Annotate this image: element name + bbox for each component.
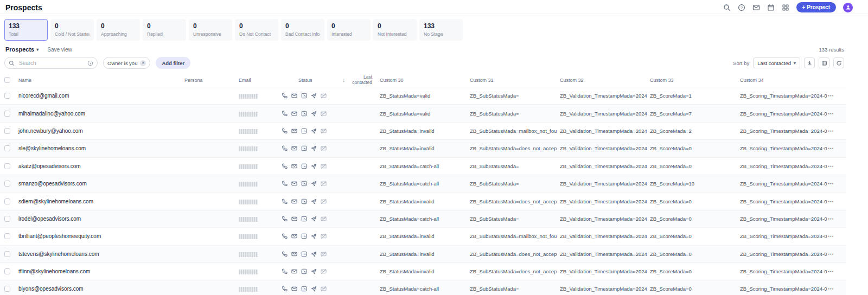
phone-icon[interactable]: [282, 268, 288, 274]
prospect-name-link[interactable]: john.newbury@yahoo.com: [15, 128, 181, 134]
prospect-name-link[interactable]: tstevens@skylinehomeloans.com: [15, 251, 181, 257]
row-more-button[interactable]: ⋯: [827, 180, 846, 187]
prospect-name-link[interactable]: tbrilliant@peopleshomeequity.com: [15, 233, 181, 239]
table-row[interactable]: john.newbury@yahoo.com ZB_StatusMada=inv…: [0, 123, 846, 140]
do-not-email-icon[interactable]: [321, 251, 327, 257]
table-row[interactable]: tflinn@skylinehomeloans.com ZB_StatusMad…: [0, 263, 846, 280]
linkedin-icon[interactable]: [301, 128, 307, 134]
linkedin-icon[interactable]: [301, 251, 307, 257]
stage-stat-card[interactable]: 0 Replied: [143, 19, 186, 41]
stage-stat-card[interactable]: 0 Bad Contact Info: [281, 19, 324, 41]
column-header-custom30[interactable]: Custom 30: [376, 78, 467, 83]
email-icon[interactable]: [291, 111, 297, 117]
phone-icon[interactable]: [282, 128, 288, 134]
do-not-email-icon[interactable]: [321, 111, 327, 117]
row-checkbox[interactable]: [4, 268, 10, 274]
row-checkbox[interactable]: [4, 111, 10, 117]
calendar-icon[interactable]: [767, 4, 775, 11]
stage-stat-card[interactable]: 0 Approaching: [97, 19, 140, 41]
help-icon[interactable]: ?: [738, 4, 745, 11]
row-more-button[interactable]: ⋯: [827, 127, 846, 134]
email-icon[interactable]: [291, 251, 297, 257]
phone-icon[interactable]: [282, 233, 288, 239]
linkedin-icon[interactable]: [301, 93, 307, 99]
do-not-email-icon[interactable]: [321, 268, 327, 274]
table-row[interactable]: sle@skylinehomeloans.com ZB_StatusMada=i…: [0, 140, 846, 157]
search-input[interactable]: [18, 60, 84, 67]
linkedin-icon[interactable]: [301, 145, 307, 151]
phone-icon[interactable]: [282, 216, 288, 222]
do-not-email-icon[interactable]: [321, 286, 327, 292]
email-icon[interactable]: [291, 216, 297, 222]
email-icon[interactable]: [291, 93, 297, 99]
row-more-button[interactable]: ⋯: [827, 145, 846, 152]
phone-icon[interactable]: [282, 93, 288, 99]
stage-stat-card[interactable]: 133 Total: [4, 19, 48, 41]
new-prospect-button[interactable]: + Prospect: [796, 2, 836, 12]
send-icon[interactable]: [311, 198, 317, 204]
table-row[interactable]: tstevens@skylinehomeloans.com ZB_StatusM…: [0, 246, 846, 263]
table-row[interactable]: mihaimadalinc@yahoo.com ZB_StatusMada=va…: [0, 105, 846, 122]
do-not-email-icon[interactable]: [321, 163, 327, 169]
do-not-email-icon[interactable]: [321, 93, 327, 99]
stage-stat-card[interactable]: 0 Interested: [327, 19, 371, 41]
do-not-email-icon[interactable]: [321, 128, 327, 134]
column-header-custom33[interactable]: Custom 33: [647, 78, 737, 83]
stage-stat-card[interactable]: 0 Not Interested: [373, 19, 417, 41]
email-icon[interactable]: [291, 286, 297, 292]
column-header-last-contacted[interactable]: ↓ Last contacted: [333, 75, 376, 86]
do-not-email-icon[interactable]: [321, 181, 327, 187]
row-more-button[interactable]: ⋯: [827, 251, 846, 258]
row-checkbox[interactable]: [4, 198, 10, 204]
row-checkbox[interactable]: [4, 145, 10, 151]
select-all-checkbox[interactable]: [4, 77, 10, 83]
phone-icon[interactable]: [282, 111, 288, 117]
table-row[interactable]: smanzo@opesadvisors.com ZB_StatusMada=ca…: [0, 175, 846, 193]
send-icon[interactable]: [311, 268, 317, 274]
email-icon[interactable]: [291, 128, 297, 134]
row-checkbox[interactable]: [4, 251, 10, 257]
row-more-button[interactable]: ⋯: [827, 285, 846, 292]
email-icon[interactable]: [291, 145, 297, 151]
send-icon[interactable]: [311, 111, 317, 117]
edit-columns-button[interactable]: [819, 57, 829, 68]
row-more-button[interactable]: ⋯: [827, 92, 846, 99]
send-icon[interactable]: [311, 181, 317, 187]
table-row[interactable]: sdiem@skylinehomeloans.com ZB_StatusMada…: [0, 193, 846, 210]
do-not-email-icon[interactable]: [321, 233, 327, 239]
view-selector-dropdown[interactable]: Prospects ▾: [5, 46, 39, 53]
table-row[interactable]: tbrilliant@peopleshomeequity.com ZB_Stat…: [0, 228, 846, 245]
send-icon[interactable]: [311, 163, 317, 169]
linkedin-icon[interactable]: [301, 181, 307, 187]
filter-chip-owner[interactable]: Owner is you ✕: [103, 57, 150, 69]
send-icon[interactable]: [311, 145, 317, 151]
row-checkbox[interactable]: [4, 181, 10, 187]
do-not-email-icon[interactable]: [321, 216, 327, 222]
do-not-email-icon[interactable]: [321, 145, 327, 151]
close-icon[interactable]: ✕: [140, 60, 146, 66]
prospect-name-link[interactable]: lrodel@opesadvisors.com: [15, 216, 181, 222]
column-header-custom32[interactable]: Custom 32: [557, 78, 647, 83]
send-icon[interactable]: [311, 216, 317, 222]
table-row[interactable]: akatz@opesadvisors.com ZB_StatusMada=cat…: [0, 158, 846, 175]
apps-grid-icon[interactable]: [782, 4, 789, 11]
mail-icon[interactable]: [752, 4, 760, 11]
linkedin-icon[interactable]: [301, 111, 307, 117]
prospect-name-link[interactable]: akatz@opesadvisors.com: [15, 163, 181, 169]
row-checkbox[interactable]: [4, 216, 10, 222]
row-more-button[interactable]: ⋯: [827, 110, 846, 117]
add-filter-button[interactable]: Add filter: [156, 57, 190, 69]
avatar[interactable]: [843, 3, 853, 12]
column-header-email[interactable]: Email: [235, 78, 279, 83]
search-box[interactable]: [4, 57, 98, 69]
table-row[interactable]: blyons@opesadvisors.com ZB_StatusMada=ca…: [0, 280, 846, 295]
email-icon[interactable]: [291, 198, 297, 204]
table-row[interactable]: nicorecd@gmail.com ZB_StatusMada=valid Z…: [0, 87, 846, 105]
sort-select[interactable]: Last contacted ▾: [753, 57, 800, 68]
row-more-button[interactable]: ⋯: [827, 163, 846, 170]
send-icon[interactable]: [311, 251, 317, 257]
phone-icon[interactable]: [282, 145, 288, 151]
prospect-name-link[interactable]: nicorecd@gmail.com: [15, 93, 181, 99]
linkedin-icon[interactable]: [301, 286, 307, 292]
row-more-button[interactable]: ⋯: [827, 198, 846, 205]
